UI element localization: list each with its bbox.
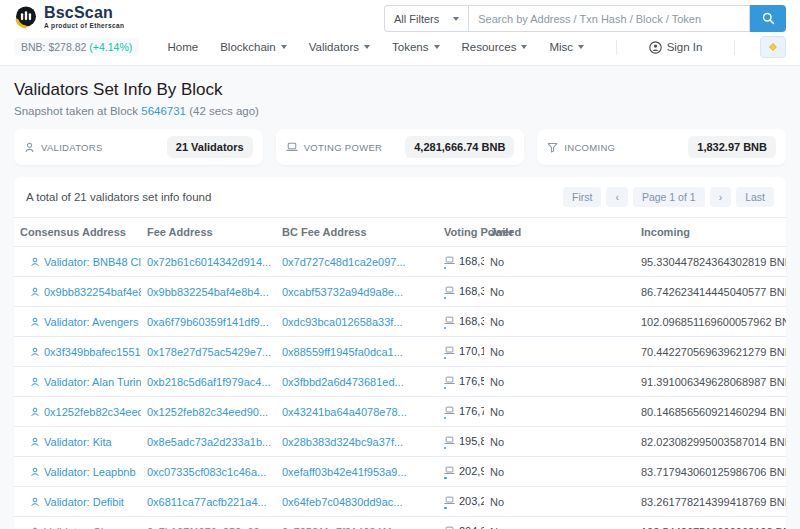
- nav-item[interactable]: Home: [156, 38, 209, 56]
- incoming-value: 80.146856560921460294 BNB: [635, 397, 786, 427]
- nav-divider: [616, 40, 617, 55]
- incoming-card-label: INCOMING: [564, 142, 615, 153]
- bc-fee-address-link[interactable]: 0x3fbbd2a6d473681ed...: [282, 376, 404, 388]
- voting-power-bar: [444, 507, 478, 509]
- consensus-address-link[interactable]: 0x9bb832254baf4e8...: [44, 286, 141, 298]
- consensus-address-link[interactable]: Validator: Avengers: [44, 316, 138, 328]
- validator-user-icon: [30, 377, 40, 387]
- fee-address-link[interactable]: 0xa6f79b60359f141df9...: [147, 316, 269, 328]
- voting-power-value: 203,214.96181263 BNB: [459, 495, 484, 507]
- incoming-value: 102.544267516999963108 BNB: [635, 517, 786, 529]
- jailed-value: No: [484, 397, 635, 427]
- validators-card-label: VALIDATORS: [41, 142, 103, 153]
- bc-fee-address-link[interactable]: 0x88559ff1945fa0dca1...: [282, 346, 403, 358]
- incoming-value: 83.717943060125986706 BNB: [635, 457, 786, 487]
- voting-power-value: 204,376.12559414 BNB: [459, 525, 484, 529]
- voting-power-bar: [444, 387, 478, 389]
- fee-address-link[interactable]: 0x8e5adc73a2d233a1b...: [147, 436, 271, 448]
- incoming-value: 102.096851169600057962 BNB: [635, 307, 786, 337]
- incoming-value: 86.742623414445040577 BNB: [635, 277, 786, 307]
- consensus-address-link[interactable]: 0x1252feb82c34eed...: [44, 406, 141, 418]
- validator-user-icon: [30, 467, 40, 477]
- fee-address-link[interactable]: 0x1252feb82c34eed90...: [147, 406, 268, 418]
- table-header-row: Consensus Address Fee Address BC Fee Add…: [14, 218, 786, 247]
- table-row: 0x1252feb82c34eed... 0x1252feb82c34eed90…: [14, 397, 786, 427]
- table-row: Validator: BNB48 Club 0x72b61c6014342d91…: [14, 247, 786, 277]
- column-header: Consensus Address: [14, 218, 141, 247]
- search-button[interactable]: [750, 5, 786, 32]
- bc-fee-address-link[interactable]: 0xcabf53732a94d9a8e...: [282, 286, 403, 298]
- jailed-value: No: [484, 457, 635, 487]
- bc-fee-address-link[interactable]: 0x28b383d324bc9a37f...: [282, 436, 403, 448]
- laptop-icon: [444, 496, 455, 505]
- voting-power-value: 168,360.15570443 BNB: [459, 255, 484, 267]
- laptop-icon: [444, 376, 455, 385]
- search-input[interactable]: [468, 5, 750, 32]
- pagination-prev-button[interactable]: ‹: [606, 187, 628, 207]
- main-content: Validators Set Info By Block Snapshot ta…: [0, 66, 800, 529]
- bnb-price-badge[interactable]: BNB: $278.82 (+4.14%): [14, 38, 139, 56]
- incoming-value: 70.442270569639621279 BNB: [635, 337, 786, 367]
- voting-power-value: 170,103 BNB: [459, 345, 484, 357]
- bc-fee-address-link[interactable]: 0x64feb7c04830dd9ac...: [282, 496, 403, 508]
- nav-item[interactable]: Tokens: [381, 38, 450, 56]
- bc-fee-address-link[interactable]: 0x43241ba64a4078e78...: [282, 406, 407, 418]
- snapshot-info: Snapshot taken at Block 5646731 (42 secs…: [14, 105, 786, 117]
- voting-power-bar-fill: [444, 297, 446, 299]
- pagination-last-button[interactable]: Last: [736, 187, 774, 207]
- consensus-address-link[interactable]: Validator: Defibit: [44, 496, 124, 508]
- pagination-first-button[interactable]: First: [563, 187, 601, 207]
- table-row: 0x3f349bbafec15518... 0x178e27d75ac5429e…: [14, 337, 786, 367]
- consensus-address-link[interactable]: Validator: Kita: [44, 436, 112, 448]
- bscscan-logo[interactable]: BscScan A product of Etherscan: [14, 5, 124, 30]
- chevron-down-icon: [578, 45, 584, 49]
- search-filter-dropdown[interactable]: All Filters: [384, 5, 468, 32]
- funnel-icon: [547, 142, 558, 153]
- nav-item[interactable]: Resources: [451, 38, 539, 56]
- fee-address-link[interactable]: 0x6811ca77acfb221a4...: [147, 496, 267, 508]
- pagination-next-button[interactable]: ›: [710, 187, 732, 207]
- fee-address-link[interactable]: 0xb218c5d6af1f979ac4...: [147, 376, 271, 388]
- snapshot-block-link[interactable]: 5646731: [141, 105, 186, 117]
- bc-fee-address-link[interactable]: 0xefaff03b42e41f953a9...: [282, 466, 407, 478]
- laptop-icon: [444, 256, 455, 265]
- consensus-address-link[interactable]: Validator: Leapbnb: [44, 466, 136, 478]
- voting-power-bar: [444, 267, 478, 269]
- fee-address-link[interactable]: 0x72b61c6014342d914...: [147, 256, 271, 268]
- voting-power-bar: [444, 477, 478, 479]
- site-header: BscScan A product of Etherscan All Filte…: [0, 0, 800, 66]
- fee-address-link[interactable]: 0xc07335cf083c1c46a...: [147, 466, 266, 478]
- nav-divider: [734, 40, 735, 55]
- main-nav: Home Blockchain Validators Tokens: [156, 38, 595, 56]
- voting-power-bar-fill: [444, 387, 446, 389]
- voting-power-bar: [444, 327, 478, 329]
- fee-address-link[interactable]: 0x178e27d75ac5429e7...: [147, 346, 271, 358]
- jailed-value: No: [484, 367, 635, 397]
- validators-card: VALIDATORS 21 Validators: [14, 129, 263, 165]
- nav-item[interactable]: Misc: [538, 38, 595, 56]
- table-row: Validator: Avengers 0xa6f79b60359f141df9…: [14, 307, 786, 337]
- bc-fee-address-link[interactable]: 0x7d727c48d1ca2e097...: [282, 256, 406, 268]
- laptop-icon: [444, 466, 455, 475]
- voting-power-bar-fill: [444, 267, 446, 269]
- bc-fee-address-link[interactable]: 0x795811a7f21408411...: [282, 526, 402, 529]
- validators-table-card: A total of 21 validators set info found …: [14, 177, 786, 529]
- brand-name: BscScan: [44, 5, 124, 21]
- nav-item[interactable]: Blockchain: [209, 38, 298, 56]
- column-header: BC Fee Address: [276, 218, 438, 247]
- bc-fee-address-link[interactable]: 0xdc93bca012658a33f...: [282, 316, 403, 328]
- bnb-network-button[interactable]: [760, 36, 786, 58]
- validator-user-icon: [30, 437, 40, 447]
- consensus-address-link[interactable]: Validator: Ciscox: [44, 526, 126, 529]
- fee-address-link[interactable]: 0x9bb832254baf4e8b4...: [147, 286, 269, 298]
- sign-in-label: Sign In: [667, 41, 703, 53]
- consensus-address-link[interactable]: Validator: BNB48 Club: [44, 256, 141, 268]
- consensus-address-link[interactable]: Validator: Alan Turing: [44, 376, 141, 388]
- voting-power-bar-fill: [444, 357, 446, 359]
- sign-in-button[interactable]: Sign In: [639, 38, 713, 57]
- nav-item[interactable]: Validators: [298, 38, 381, 56]
- voting-power-bar: [444, 357, 478, 359]
- fee-address-link[interactable]: 0x7b107f4976a252a69...: [147, 526, 269, 529]
- voting-power-bar-fill: [444, 477, 447, 479]
- consensus-address-link[interactable]: 0x3f349bbafec15518...: [44, 346, 141, 358]
